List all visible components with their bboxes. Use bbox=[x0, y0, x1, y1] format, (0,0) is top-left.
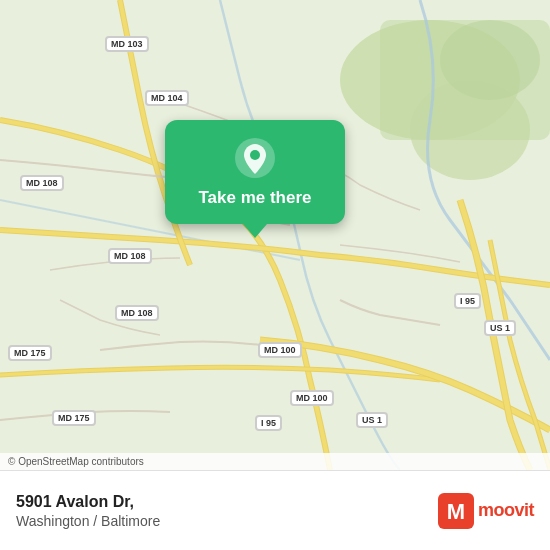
take-me-there-popup[interactable]: Take me there bbox=[155, 120, 355, 238]
map-area[interactable]: MD 103 MD 104 MD 108 MD 108 MD 108 MD 17… bbox=[0, 0, 550, 470]
attribution-text: © OpenStreetMap contributors bbox=[8, 456, 144, 467]
svg-text:M: M bbox=[447, 499, 465, 524]
road-label-md175b: MD 175 bbox=[52, 410, 96, 426]
footer-address: 5901 Avalon Dr, bbox=[16, 493, 160, 511]
road-label-md108c: MD 108 bbox=[115, 305, 159, 321]
popup-label: Take me there bbox=[198, 188, 311, 208]
road-label-md103: MD 103 bbox=[105, 36, 149, 52]
road-label-md108a: MD 108 bbox=[20, 175, 64, 191]
road-label-i95a: I 95 bbox=[454, 293, 481, 309]
road-label-md108b: MD 108 bbox=[108, 248, 152, 264]
footer-text-block: 5901 Avalon Dr, Washington / Baltimore bbox=[16, 493, 160, 529]
road-label-md100b: MD 100 bbox=[290, 390, 334, 406]
road-label-md104: MD 104 bbox=[145, 90, 189, 106]
svg-point-6 bbox=[250, 150, 260, 160]
popup-bubble[interactable]: Take me there bbox=[165, 120, 345, 224]
road-label-i95b: I 95 bbox=[255, 415, 282, 431]
attribution-bar: © OpenStreetMap contributors bbox=[0, 453, 550, 470]
footer-city: Washington / Baltimore bbox=[16, 513, 160, 529]
svg-rect-4 bbox=[380, 20, 550, 140]
app-container: MD 103 MD 104 MD 108 MD 108 MD 108 MD 17… bbox=[0, 0, 550, 550]
popup-tail bbox=[243, 224, 267, 238]
moovit-m-icon: M bbox=[438, 493, 474, 529]
moovit-logo[interactable]: M moovit bbox=[438, 493, 534, 529]
road-label-us1a: US 1 bbox=[484, 320, 516, 336]
location-pin-icon bbox=[233, 136, 277, 180]
road-label-us1b: US 1 bbox=[356, 412, 388, 428]
road-label-md100a: MD 100 bbox=[258, 342, 302, 358]
footer: 5901 Avalon Dr, Washington / Baltimore M… bbox=[0, 470, 550, 550]
moovit-wordmark: moovit bbox=[478, 500, 534, 521]
road-label-md175a: MD 175 bbox=[8, 345, 52, 361]
